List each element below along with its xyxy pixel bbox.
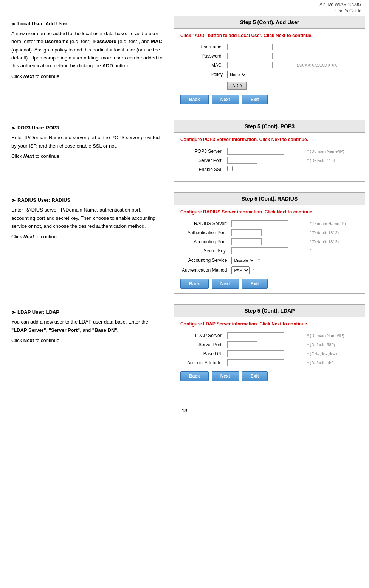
field-username: Username: bbox=[180, 42, 359, 51]
input-ldap-server[interactable] bbox=[227, 332, 284, 339]
input-password[interactable] bbox=[227, 53, 273, 59]
hint-radius-server: *(Domain Name/IP) bbox=[310, 221, 346, 226]
left-pop3: ➤ POP3 User: POP3 Enter IP/Domain Name a… bbox=[0, 120, 170, 185]
field-server-port-pop3: Server Port: * (Default: 110) bbox=[180, 156, 359, 165]
title-ldap: LDAP User: LDAP bbox=[17, 308, 59, 316]
click-next-ldap: Click Next to continue. bbox=[11, 336, 163, 344]
field-add-btn: ADD bbox=[180, 79, 359, 91]
input-server-port-pop3[interactable] bbox=[227, 157, 257, 164]
page-header: AirLive WIAS-1200G User's Guide bbox=[0, 0, 369, 16]
field-mac: MAC: (XX:XX:XX:XX:XX:XX) bbox=[180, 61, 359, 70]
label-server-port-pop3: Server Port: bbox=[180, 156, 226, 165]
label-acct-port: Accounting Port: bbox=[180, 237, 230, 246]
desc-radius: Enter RADIUS server IP/Domain Name, auth… bbox=[11, 206, 163, 230]
field-auth-port: Authentication Port: *(Default: 1812) bbox=[180, 228, 359, 237]
bullet-ldap: ➤ bbox=[11, 308, 16, 317]
click-next-add-user: Click Next to continue. bbox=[11, 72, 163, 80]
instruction-add-user: Click "ADD" button to add Local User. Cl… bbox=[180, 33, 359, 39]
form-ldap: LDAP Server: * (Domain Name/IP) Server P… bbox=[180, 331, 359, 367]
panel-header-radius: Step 5 (Cont). RADIUS bbox=[174, 193, 365, 205]
field-pop3-server: POP3 Server: * (Domain Name/IP) bbox=[180, 147, 359, 156]
section-add-user: ➤ Local User: Add User A new user can be… bbox=[0, 16, 369, 114]
field-policy: Policy None bbox=[180, 70, 359, 79]
panel-add-user: Step 5 (Cont). Add User Click "ADD" butt… bbox=[170, 16, 369, 114]
back-button-radius[interactable]: Back bbox=[180, 279, 209, 289]
input-secret-key[interactable] bbox=[231, 247, 288, 254]
hint-accounting-service: * bbox=[258, 258, 260, 263]
panel-radius: Step 5 (Cont). RADIUS Configure RADIUS S… bbox=[170, 192, 369, 297]
field-enable-ssl: Enable SSL bbox=[180, 165, 359, 174]
back-button-ldap[interactable]: Back bbox=[180, 371, 209, 381]
exit-button-radius[interactable]: Exit bbox=[242, 279, 268, 289]
input-mac[interactable] bbox=[227, 62, 273, 68]
title-pop3: POP3 User: POP3 bbox=[17, 124, 59, 132]
instruction-pop3: Configure POP3 Server information. Click… bbox=[180, 137, 359, 143]
field-accounting-service: Accounting Service Disable * bbox=[180, 255, 359, 265]
exit-button-add-user[interactable]: Exit bbox=[242, 95, 268, 104]
main-content: ➤ Local User: Add User A new user can be… bbox=[0, 16, 369, 404]
panel-ldap: Step 5 (Cont). LDAP Configure LDAP Serve… bbox=[170, 304, 369, 390]
checkbox-enable-ssl[interactable] bbox=[227, 166, 233, 171]
label-password: Password: bbox=[180, 51, 226, 61]
panel-header-add-user: Step 5 (Cont). Add User bbox=[174, 16, 365, 29]
title-radius: RADIUS User: RADIUS bbox=[17, 196, 70, 204]
select-policy[interactable]: None bbox=[227, 71, 247, 78]
hint-ldap-server: * (Domain Name/IP) bbox=[307, 333, 344, 338]
select-accounting-service[interactable]: Disable bbox=[231, 257, 255, 264]
form-pop3: POP3 Server: * (Domain Name/IP) Server P… bbox=[180, 147, 359, 174]
field-acct-port: Accounting Port: *(Default: 1813) bbox=[180, 237, 359, 246]
hint-auth-method: * bbox=[253, 268, 254, 272]
exit-button-ldap[interactable]: Exit bbox=[242, 371, 268, 381]
page-footer: 18 bbox=[0, 408, 369, 417]
label-radius-server: RADIUS Server: bbox=[180, 219, 230, 228]
instruction-ldap: Configure LDAP Server information. Click… bbox=[180, 321, 359, 327]
form-add-user: Username: Password: MAC: (XX:XX bbox=[180, 42, 359, 91]
hint-mac: (XX:XX:XX:XX:XX:XX) bbox=[297, 63, 339, 67]
label-secret-key: Secret Key: bbox=[180, 246, 230, 255]
field-radius-server: RADIUS Server: *(Domain Name/IP) bbox=[180, 219, 359, 228]
input-acct-port[interactable] bbox=[231, 238, 262, 245]
add-button[interactable]: ADD bbox=[227, 82, 247, 90]
hint-base-dn: * (CN=,dc=,dc=) bbox=[307, 352, 337, 356]
label-mac: MAC: bbox=[180, 61, 226, 70]
field-account-attr: Account Attribute: * (Default: uid) bbox=[180, 358, 359, 367]
select-auth-method[interactable]: PAP bbox=[231, 266, 250, 274]
label-username: Username: bbox=[180, 42, 226, 51]
hint-server-port-pop3: * (Default: 110) bbox=[307, 158, 335, 163]
label-ldap-server: LDAP Server: bbox=[180, 331, 226, 340]
next-button-add-user[interactable]: Next bbox=[212, 95, 239, 104]
left-ldap: ➤ LDAP User: LDAP You can add a new user… bbox=[0, 304, 170, 390]
input-radius-server[interactable] bbox=[231, 220, 288, 227]
form-radius: RADIUS Server: *(Domain Name/IP) Authent… bbox=[180, 219, 359, 275]
hint-acct-port: *(Default: 1813) bbox=[310, 240, 339, 244]
back-button-add-user[interactable]: Back bbox=[180, 95, 209, 104]
next-button-ldap[interactable]: Next bbox=[212, 371, 239, 381]
btn-row-add-user: Back Next Exit bbox=[180, 95, 359, 104]
field-server-port-ldap: Server Port: * (Default: 389) bbox=[180, 340, 359, 349]
desc-pop3: Enter IP/Domain Name and server port of … bbox=[11, 134, 163, 150]
label-account-attr: Account Attribute: bbox=[180, 358, 226, 367]
section-radius: ➤ RADIUS User: RADIUS Enter RADIUS serve… bbox=[0, 192, 369, 297]
panel-header-ldap: Step 5 (Cont). LDAP bbox=[174, 305, 365, 317]
hint-secret-key: * bbox=[310, 249, 311, 253]
field-password: Password: bbox=[180, 51, 359, 61]
click-next-pop3: Click Next to continue. bbox=[11, 152, 163, 160]
next-button-radius[interactable]: Next bbox=[212, 279, 239, 289]
input-account-attr[interactable] bbox=[227, 359, 284, 366]
section-pop3: ➤ POP3 User: POP3 Enter IP/Domain Name a… bbox=[0, 120, 369, 185]
page-number: 18 bbox=[182, 408, 187, 414]
input-server-port-ldap[interactable] bbox=[227, 341, 257, 348]
input-base-dn[interactable] bbox=[227, 350, 284, 357]
input-auth-port[interactable] bbox=[231, 229, 262, 236]
label-auth-port: Authentication Port: bbox=[180, 228, 230, 237]
left-radius: ➤ RADIUS User: RADIUS Enter RADIUS serve… bbox=[0, 192, 170, 297]
field-ldap-server: LDAP Server: * (Domain Name/IP) bbox=[180, 331, 359, 340]
click-next-radius: Click Next to continue. bbox=[11, 233, 163, 241]
input-username[interactable] bbox=[227, 44, 273, 50]
btn-row-ldap: Back Next Exit bbox=[180, 371, 359, 381]
input-pop3-server[interactable] bbox=[227, 148, 284, 155]
title-add-user: Local User: Add User bbox=[17, 20, 67, 28]
field-auth-method: Authentication Method PAP * bbox=[180, 265, 359, 275]
label-server-port-ldap: Server Port: bbox=[180, 340, 226, 349]
hint-account-attr: * (Default: uid) bbox=[307, 361, 333, 365]
